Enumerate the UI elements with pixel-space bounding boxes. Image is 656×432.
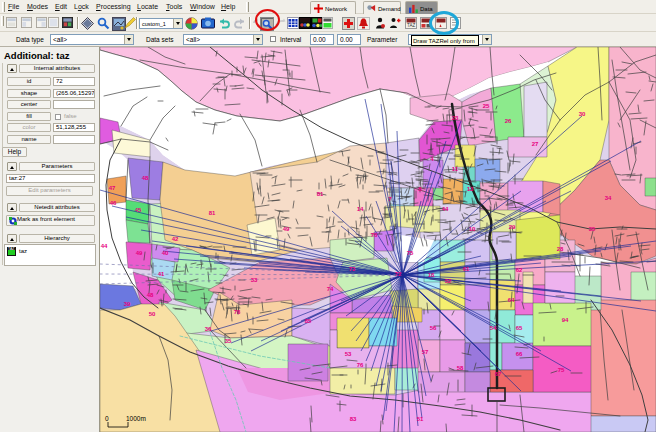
svg-text:85: 85 (305, 318, 312, 324)
svg-text:1000m: 1000m (126, 415, 146, 422)
svg-text:46: 46 (110, 200, 117, 206)
svg-text:TAZ: TAZ (8, 247, 15, 251)
svg-text:53: 53 (345, 351, 352, 357)
svg-text:64: 64 (508, 297, 515, 303)
svg-text:81: 81 (317, 191, 324, 197)
svg-text:16: 16 (428, 272, 435, 278)
svg-text:52: 52 (445, 278, 452, 284)
svg-text:30: 30 (579, 111, 586, 117)
svg-text:51: 51 (417, 416, 424, 422)
svg-text:25: 25 (483, 103, 490, 109)
svg-text:50: 50 (149, 311, 156, 317)
svg-text:73: 73 (349, 266, 356, 272)
svg-text:83: 83 (350, 416, 357, 422)
svg-text:62: 62 (516, 267, 523, 273)
svg-text:44: 44 (101, 243, 108, 249)
svg-text:78: 78 (234, 309, 241, 315)
svg-text:49: 49 (283, 226, 290, 232)
svg-text:29: 29 (509, 224, 516, 230)
svg-text:66: 66 (516, 351, 523, 357)
svg-text:35: 35 (225, 338, 232, 344)
svg-text:67: 67 (495, 371, 502, 377)
svg-text:36: 36 (205, 326, 212, 332)
svg-text:49: 49 (136, 250, 143, 256)
svg-text:39: 39 (124, 301, 131, 307)
svg-text:56: 56 (430, 325, 437, 331)
svg-text:54: 54 (490, 325, 497, 331)
svg-text:94: 94 (562, 317, 569, 323)
svg-text:57: 57 (422, 349, 429, 355)
svg-text:48: 48 (147, 292, 154, 298)
svg-text:58: 58 (457, 365, 464, 371)
svg-text:11: 11 (452, 166, 459, 172)
svg-text:27: 27 (532, 141, 539, 147)
svg-text:23: 23 (452, 115, 459, 121)
svg-text:48: 48 (142, 175, 149, 181)
svg-text:44: 44 (442, 206, 449, 212)
svg-text:65: 65 (516, 325, 523, 331)
svg-text:14: 14 (357, 206, 364, 212)
svg-text:28: 28 (557, 246, 564, 252)
svg-text:35: 35 (589, 226, 596, 232)
svg-text:42: 42 (172, 236, 179, 242)
svg-text:75: 75 (558, 367, 565, 373)
svg-text:76: 76 (357, 362, 364, 368)
svg-text:74: 74 (327, 286, 334, 292)
svg-text:TAZ: TAZ (407, 23, 415, 28)
svg-text:26: 26 (505, 118, 512, 124)
svg-text:75: 75 (407, 250, 414, 256)
svg-text:13: 13 (467, 186, 474, 192)
svg-text:41: 41 (158, 271, 165, 277)
svg-text:76: 76 (371, 232, 378, 238)
svg-text:34: 34 (605, 195, 612, 201)
svg-text:72: 72 (395, 271, 402, 277)
svg-text:47: 47 (109, 185, 116, 191)
svg-text:40: 40 (162, 250, 169, 256)
svg-text:45: 45 (135, 207, 142, 213)
svg-text:33: 33 (251, 277, 258, 283)
svg-text:61: 61 (463, 266, 470, 272)
svg-text:0: 0 (105, 415, 109, 422)
svg-text:10: 10 (469, 226, 476, 232)
svg-text:81: 81 (209, 210, 216, 216)
